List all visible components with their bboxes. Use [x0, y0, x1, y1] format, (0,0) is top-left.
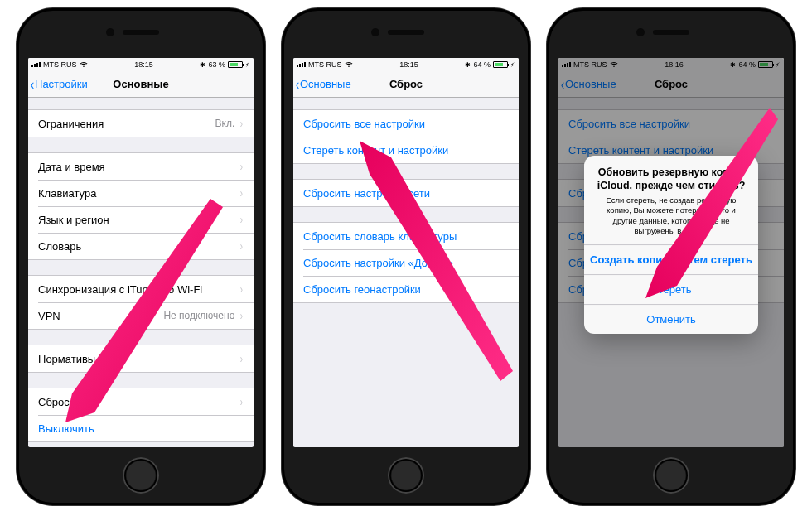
home-button[interactable] — [388, 457, 424, 494]
chevron-right-icon: › — [240, 117, 243, 130]
battery-pct-label: 64 % — [473, 60, 491, 69]
home-button[interactable] — [653, 457, 689, 494]
cell-label: Стереть контент и настройки — [303, 144, 509, 157]
home-button[interactable] — [123, 457, 159, 494]
cell-keyboard[interactable]: Клавиатура › — [28, 180, 254, 206]
phone-1: MTS RUS 18:15 ✱ 63 % ⚡︎ ‹ Настройки Осно… — [17, 8, 265, 505]
charging-icon: ✱ — [465, 61, 471, 69]
signal-icon — [31, 62, 41, 67]
cell-reset-keyboard-dict[interactable]: Сбросить словарь клавиатуры — [293, 223, 519, 249]
battery-icon — [228, 61, 243, 68]
settings-group: Сбросить все настройки Стереть контент и… — [293, 109, 519, 164]
cell-label: Сброс — [38, 396, 239, 408]
cell-reset-location[interactable]: Сбросить геонастройки — [293, 276, 519, 302]
cell-label: Сбросить настройки «Домой» — [303, 257, 509, 269]
wifi-icon — [80, 61, 88, 68]
chevron-right-icon: › — [240, 186, 243, 200]
cell-reset-network[interactable]: Сбросить настройки сети — [293, 180, 519, 206]
alert-button-label: Отменить — [646, 314, 695, 326]
cell-label: Дата и время — [38, 161, 239, 173]
settings-group: Сбросить настройки сети — [293, 179, 519, 207]
settings-group: Синхронизация с iTunes по Wi-Fi › VPN Не… — [28, 275, 254, 330]
phone-2: MTS RUS 18:15 ✱ 64 % ⚡︎ ‹ Основные Сброс… — [282, 8, 530, 505]
cell-reset-all-settings[interactable]: Сбросить все настройки — [293, 110, 519, 137]
cell-itunes-wifi-sync[interactable]: Синхронизация с iTunes по Wi-Fi › — [28, 276, 254, 302]
alert-button-cancel[interactable]: Отменить — [584, 305, 758, 335]
alert-button-backup-then-erase[interactable]: Создать копию, затем стереть — [584, 245, 758, 275]
back-button[interactable]: ‹ Основные — [295, 78, 351, 90]
cell-label: Язык и регион — [38, 214, 239, 226]
cell-label: Словарь — [38, 240, 239, 253]
cell-label: Ограничения — [38, 118, 215, 130]
settings-group: Нормативы › — [28, 345, 254, 373]
alert-button-label: Стереть — [650, 284, 691, 297]
cell-regulatory[interactable]: Нормативы › — [28, 345, 254, 372]
signal-icon — [297, 62, 306, 67]
nav-bar: ‹ Основные Сброс — [293, 71, 519, 98]
settings-group: Сбросить словарь клавиатуры Сбросить нас… — [293, 222, 519, 303]
cell-erase-all-content[interactable]: Стереть контент и настройки — [293, 137, 519, 163]
alert-title: Обновить резервную копию iCloud, прежде … — [594, 166, 748, 193]
chevron-right-icon: › — [240, 213, 243, 226]
clock-label: 18:15 — [399, 60, 418, 69]
cell-label: VPN — [38, 310, 163, 322]
chevron-right-icon: › — [240, 395, 243, 408]
back-label: Настройки — [35, 78, 88, 90]
cell-vpn[interactable]: VPN Не подключено › — [28, 302, 254, 329]
screen-settings-reset-alert: MTS RUS 18:16 ✱ 64 % ⚡︎ ‹ Основные Сброс… — [558, 58, 784, 447]
cell-label: Клавиатура — [38, 187, 239, 200]
status-bar: MTS RUS 18:15 ✱ 64 % ⚡︎ — [293, 58, 519, 71]
chevron-right-icon: › — [240, 160, 243, 173]
cell-label: Сбросить словарь клавиатуры — [303, 230, 509, 243]
chevron-right-icon: › — [240, 282, 243, 296]
status-bar: MTS RUS 18:15 ✱ 63 % ⚡︎ — [28, 58, 254, 71]
settings-group: Сброс › Выключить — [28, 388, 254, 442]
cell-reset[interactable]: Сброс › — [28, 388, 254, 415]
cell-dictionary[interactable]: Словарь › — [28, 233, 254, 259]
phone-3: MTS RUS 18:16 ✱ 64 % ⚡︎ ‹ Основные Сброс… — [547, 8, 795, 505]
nav-title: Сброс — [389, 78, 423, 90]
cell-detail: Не подключено — [163, 310, 234, 321]
cell-label: Сбросить геонастройки — [303, 283, 509, 296]
cell-language-region[interactable]: Язык и регион › — [28, 206, 254, 233]
nav-bar: ‹ Настройки Основные — [28, 71, 254, 98]
battery-icon — [493, 61, 508, 68]
chevron-right-icon: › — [240, 239, 243, 253]
screen-settings-reset: MTS RUS 18:15 ✱ 64 % ⚡︎ ‹ Основные Сброс… — [293, 58, 519, 447]
wifi-icon — [345, 61, 353, 68]
charging-icon: ✱ — [200, 61, 205, 69]
cell-restrictions[interactable]: Ограничения Вкл. › — [28, 110, 254, 137]
alert-message: Если стереть, не создав резервную копию,… — [594, 195, 748, 236]
cell-label: Синхронизация с iTunes по Wi-Fi — [38, 283, 239, 296]
cell-reset-home-layout[interactable]: Сбросить настройки «Домой» — [293, 249, 519, 276]
chevron-right-icon: › — [240, 352, 243, 365]
carrier-label: MTS RUS — [43, 60, 77, 69]
alert-header: Обновить резервную копию iCloud, прежде … — [584, 156, 758, 245]
cell-label: Сбросить настройки сети — [303, 187, 509, 200]
settings-group: Ограничения Вкл. › — [28, 109, 254, 137]
carrier-label: MTS RUS — [308, 60, 342, 69]
bolt-icon: ⚡︎ — [245, 61, 250, 69]
bolt-icon: ⚡︎ — [510, 61, 515, 69]
cell-label: Нормативы — [38, 353, 239, 365]
settings-group: Дата и время › Клавиатура › Язык и регио… — [28, 152, 254, 260]
back-label: Основные — [300, 78, 351, 90]
screen-settings-general: MTS RUS 18:15 ✱ 63 % ⚡︎ ‹ Настройки Осно… — [28, 58, 254, 447]
alert-button-erase[interactable]: Стереть — [584, 275, 758, 305]
alert-button-label: Создать копию, затем стереть — [590, 254, 752, 267]
cell-detail: Вкл. — [215, 118, 235, 129]
alert-dialog: Обновить резервную копию iCloud, прежде … — [584, 156, 758, 335]
clock-label: 18:15 — [134, 60, 153, 69]
nav-title: Основные — [113, 78, 168, 90]
cell-label: Выключить — [38, 422, 244, 435]
cell-shutdown[interactable]: Выключить — [28, 415, 254, 441]
cell-date-time[interactable]: Дата и время › — [28, 153, 254, 180]
back-button[interactable]: ‹ Настройки — [30, 78, 88, 90]
chevron-right-icon: › — [240, 309, 243, 322]
cell-label: Сбросить все настройки — [303, 118, 509, 130]
battery-pct-label: 63 % — [208, 60, 225, 69]
